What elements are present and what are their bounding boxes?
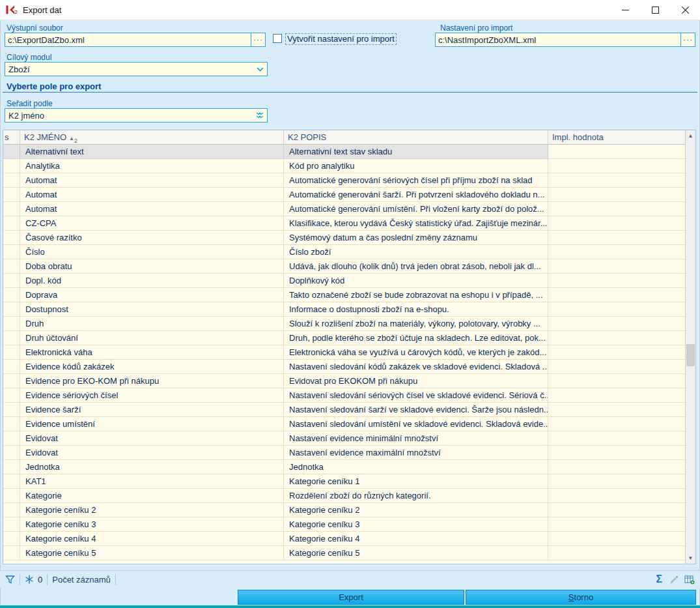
column-header-k2-popis[interactable]: K2 POPIS <box>284 130 548 145</box>
table-row[interactable]: Evidence umístěníNastavení sledování umí… <box>3 417 685 431</box>
maximize-button[interactable] <box>640 0 670 20</box>
row-field-desc: Druh, podle kterého se zboží účtuje na s… <box>284 331 548 345</box>
row-field-name: Automat <box>20 188 284 202</box>
row-field-desc: Kategorie ceníku 2 <box>284 503 548 517</box>
row-impl-value <box>548 259 685 274</box>
import-browse-button[interactable]: ··· <box>680 33 695 46</box>
section-heading: Vyberte pole pro export <box>7 81 101 91</box>
column-header-k2-jmeno[interactable]: K2 JMÉNO▲2 <box>20 130 284 145</box>
scrollbar-thumb[interactable] <box>686 344 695 366</box>
table-row[interactable]: Kategorie ceníku 3Kategorie ceníku 3 <box>3 517 685 532</box>
table-row[interactable]: Evidence pro EKO-KOM při nákupuEvidovat … <box>3 374 685 388</box>
table-row[interactable]: Alternativní textAlternativní text stav … <box>3 145 685 159</box>
row-impl-value <box>548 274 685 288</box>
table-row[interactable]: Elektronická váhaElektronická váha se vy… <box>3 345 685 360</box>
table-export-icon[interactable] <box>684 575 695 585</box>
table-row[interactable]: Druh účtováníDruh, podle kterého se zbož… <box>3 331 685 345</box>
table-row[interactable]: EvidovatNastavení evidence maximální mno… <box>3 446 685 460</box>
row-field-name: Evidovat <box>20 446 284 460</box>
table-row[interactable]: EvidovatNastavení evidence minimální mno… <box>3 431 685 446</box>
row-impl-value <box>548 345 685 360</box>
double-chevron-down-icon[interactable] <box>253 112 267 119</box>
snowflake-icon[interactable] <box>25 575 34 584</box>
table-row[interactable]: KategorieRozdělení zboží do různých kate… <box>3 489 685 503</box>
table-row[interactable]: Evidence šaržíNastavení sledování šarží … <box>3 403 685 417</box>
row-select-cell <box>3 202 20 216</box>
import-settings-field[interactable]: ··· <box>435 33 695 47</box>
table-row[interactable]: AutomatAutomatické generování umístění. … <box>3 202 685 216</box>
bottom-accent-strip <box>0 605 700 608</box>
sort-order-badge: 2 <box>74 138 77 144</box>
row-select-cell <box>3 503 20 517</box>
table-row[interactable]: AutomatAutomatické generování sériových … <box>3 173 685 188</box>
row-select-cell <box>3 532 20 546</box>
row-field-desc: Kategorie ceníku 3 <box>284 517 548 532</box>
row-field-name: Automat <box>20 173 284 188</box>
section-divider <box>3 92 697 93</box>
row-field-name: Analytika <box>20 159 284 173</box>
table-row[interactable]: AnalytikaKód pro analytiku <box>3 159 685 173</box>
table-row[interactable]: Doba obratuUdává, jak dlouho (kolik dnů)… <box>3 259 685 274</box>
chevron-down-icon[interactable] <box>253 67 267 72</box>
row-field-desc: Nastavení evidence minimální množství <box>284 431 548 446</box>
row-field-desc: Nastavení sledování kódů zakázek ve skla… <box>284 360 548 374</box>
table-row[interactable]: Evidence sériových číselNastavení sledov… <box>3 388 685 403</box>
table-header: s K2 JMÉNO▲2 K2 POPIS Impl. hodnota <box>3 130 685 145</box>
output-file-input[interactable] <box>5 35 251 45</box>
output-browse-button[interactable]: ··· <box>251 33 265 46</box>
minimize-button[interactable] <box>610 0 640 20</box>
row-impl-value <box>548 431 685 446</box>
row-select-cell <box>3 460 20 474</box>
scroll-down-icon[interactable]: ▼ <box>686 553 695 564</box>
target-module-select[interactable]: Zboží <box>5 62 268 76</box>
row-field-name: Evidence pro EKO-KOM při nákupu <box>20 374 284 388</box>
row-field-name: Doba obratu <box>20 259 284 274</box>
window-title: Export dat <box>23 5 61 15</box>
table-row[interactable]: Časové razítkoSystémový datum a čas posl… <box>3 231 685 245</box>
sort-ascending-icon: ▲ <box>69 136 74 141</box>
row-select-cell <box>3 474 20 489</box>
fields-table: s K2 JMÉNO▲2 K2 POPIS Impl. hodnota Alte… <box>3 130 696 564</box>
table-row[interactable]: Kategorie ceníku 5Kategorie ceníku 5 <box>3 546 685 560</box>
create-import-settings-label[interactable]: Vytvořit nastavení pro import <box>285 33 397 45</box>
table-row[interactable]: Kategorie ceníku 4Kategorie ceníku 4 <box>3 532 685 546</box>
export-button[interactable]: Export <box>238 590 464 605</box>
table-row[interactable]: JednotkaJednotka <box>3 460 685 474</box>
table-row[interactable]: Kategorie ceníku 2Kategorie ceníku 2 <box>3 503 685 517</box>
row-impl-value <box>548 331 685 345</box>
pencil-icon[interactable] <box>669 575 678 584</box>
row-impl-value <box>548 460 685 474</box>
scroll-up-icon[interactable]: ▲ <box>686 130 695 141</box>
filter-icon[interactable] <box>5 575 15 585</box>
column-header-impl-hodnota[interactable]: Impl. hodnota <box>548 130 685 145</box>
row-select-cell <box>3 245 20 259</box>
sort-by-select[interactable]: K2 jméno <box>5 108 268 123</box>
table-row[interactable]: KAT1Kategorie ceníku 1 <box>3 474 685 489</box>
vertical-scrollbar[interactable]: ▲ ▼ <box>685 130 695 564</box>
output-file-field[interactable]: ··· <box>5 33 266 47</box>
table-row[interactable]: DruhSlouží k rozlišení zboží na materiál… <box>3 317 685 331</box>
table-row[interactable]: AutomatAutomatické generování šarží. Při… <box>3 188 685 202</box>
row-impl-value <box>548 317 685 331</box>
table-row[interactable]: CZ-CPAKlasifikace, kterou vydává Český s… <box>3 216 685 231</box>
row-impl-value <box>548 446 685 460</box>
column-header-select[interactable]: s <box>3 130 20 145</box>
import-settings-input[interactable] <box>436 35 680 45</box>
table-row[interactable]: Dopl. kódDoplňkový kód <box>3 274 685 288</box>
table-row[interactable]: Evidence kódů zakázekNastavení sledování… <box>3 360 685 374</box>
close-button[interactable] <box>670 0 700 20</box>
table-row[interactable]: DostupnostInformace o dostupnosti zboží … <box>3 302 685 317</box>
target-module-value: Zboží <box>5 65 253 74</box>
row-select-cell <box>3 159 20 173</box>
row-field-desc: Evidovat pro EKOKOM při nákupu <box>284 374 548 388</box>
row-field-desc: Systémový datum a čas poslední změny záz… <box>284 231 548 245</box>
sum-icon[interactable]: Σ <box>656 573 662 585</box>
row-field-name: KAT1 <box>20 474 284 489</box>
row-impl-value <box>548 288 685 302</box>
table-row[interactable]: ČísloČíslo zboží <box>3 245 685 259</box>
row-field-name: Doprava <box>20 288 284 302</box>
row-field-name: Dopl. kód <box>20 274 284 288</box>
storno-button[interactable]: Storno <box>466 590 696 605</box>
table-row[interactable]: DopravaTakto označené zboží se bude zobr… <box>3 288 685 302</box>
create-import-settings-checkbox[interactable] <box>273 34 282 43</box>
